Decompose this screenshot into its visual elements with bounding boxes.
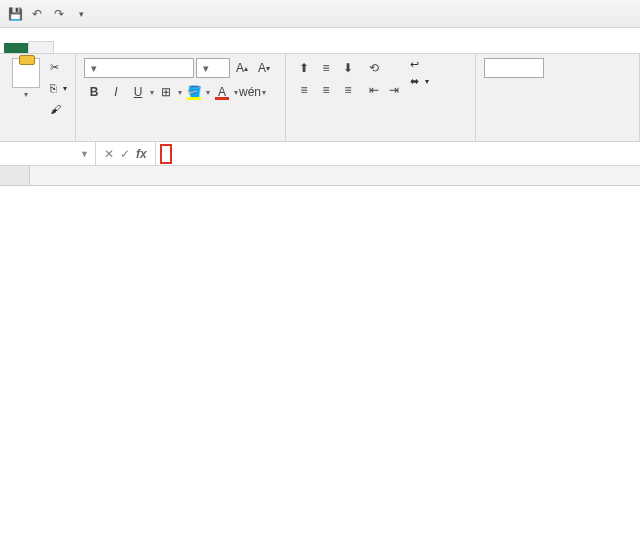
italic-button[interactable]: I xyxy=(106,82,126,102)
chevron-down-icon: ▼ xyxy=(80,149,89,159)
orientation-icon[interactable]: ⟲ xyxy=(364,58,384,78)
tab-review[interactable] xyxy=(150,43,174,53)
grow-font-icon[interactable]: A▴ xyxy=(232,58,252,78)
tab-help[interactable] xyxy=(222,43,246,53)
group-alignment: ⬆ ≡ ⬇ ≡ ≡ ≡ ⟲ ⇤ ⇥ ↩ ⬌▾ xyxy=(286,54,476,141)
select-all-corner[interactable] xyxy=(0,166,30,185)
shrink-font-icon[interactable]: A▾ xyxy=(254,58,274,78)
redo-icon[interactable]: ↷ xyxy=(50,5,68,23)
tab-file[interactable] xyxy=(4,43,28,53)
formula-input[interactable] xyxy=(156,142,640,165)
formula-highlight xyxy=(160,144,172,164)
number-format-combo[interactable] xyxy=(484,58,544,78)
copy-icon: ⎘ xyxy=(50,82,57,94)
tab-view[interactable] xyxy=(174,43,198,53)
quick-access-toolbar: 💾 ↶ ↷ ▾ xyxy=(6,5,90,23)
column-headers xyxy=(0,166,640,186)
font-color-button[interactable]: A xyxy=(212,82,232,102)
border-button[interactable]: ⊞ xyxy=(156,82,176,102)
group-clipboard: ▾ ✂ ⎘▾ 🖌 xyxy=(0,54,76,141)
cancel-formula-icon[interactable]: ✕ xyxy=(104,147,114,161)
group-font: ▾ ▾ A▴ A▾ B I U ▾ ⊞ ▾ 🪣 ▾ A ▾ wén ▾ xyxy=(76,54,286,141)
tab-data[interactable] xyxy=(126,43,150,53)
merge-icon: ⬌ xyxy=(410,75,419,88)
format-painter-button[interactable]: 🖌 xyxy=(50,100,67,118)
undo-icon[interactable]: ↶ xyxy=(28,5,46,23)
phonetic-button[interactable]: wén xyxy=(240,82,260,102)
font-name-combo[interactable]: ▾ xyxy=(84,58,194,78)
cut-button[interactable]: ✂ xyxy=(50,58,67,76)
align-left-icon[interactable]: ≡ xyxy=(294,80,314,100)
tab-insert[interactable] xyxy=(54,43,78,53)
underline-button[interactable]: U xyxy=(128,82,148,102)
bold-button[interactable]: B xyxy=(84,82,104,102)
worksheet[interactable] xyxy=(0,166,640,186)
qat-more-icon[interactable]: ▾ xyxy=(72,5,90,23)
paste-icon xyxy=(12,58,40,88)
ribbon: ▾ ✂ ⎘▾ 🖌 ▾ ▾ A▴ A▾ B I U ▾ ⊞ ▾ xyxy=(0,54,640,142)
tab-baidu[interactable] xyxy=(246,43,270,53)
tab-dev[interactable] xyxy=(198,43,222,53)
align-middle-icon[interactable]: ≡ xyxy=(316,58,336,78)
group-number xyxy=(476,54,640,141)
save-icon[interactable]: 💾 xyxy=(6,5,24,23)
wrap-icon: ↩ xyxy=(410,58,419,71)
scissors-icon: ✂ xyxy=(50,61,59,74)
tab-layout[interactable] xyxy=(78,43,102,53)
title-bar: 💾 ↶ ↷ ▾ xyxy=(0,0,640,28)
indent-increase-icon[interactable]: ⇥ xyxy=(384,80,404,100)
tab-home[interactable] xyxy=(28,41,54,53)
align-right-icon[interactable]: ≡ xyxy=(338,80,358,100)
font-size-combo[interactable]: ▾ xyxy=(196,58,230,78)
formula-bar: ▼ ✕ ✓ fx xyxy=(0,142,640,166)
enter-formula-icon[interactable]: ✓ xyxy=(120,147,130,161)
paste-button[interactable]: ▾ xyxy=(8,58,44,99)
brush-icon: 🖌 xyxy=(50,103,61,115)
copy-button[interactable]: ⎘▾ xyxy=(50,79,67,97)
wrap-text-button[interactable]: ↩ xyxy=(410,58,429,71)
tab-formulas[interactable] xyxy=(102,43,126,53)
ribbon-tabs xyxy=(0,28,640,54)
indent-decrease-icon[interactable]: ⇤ xyxy=(364,80,384,100)
align-bottom-icon[interactable]: ⬇ xyxy=(338,58,358,78)
fill-color-button[interactable]: 🪣 xyxy=(184,82,204,102)
merge-center-button[interactable]: ⬌▾ xyxy=(410,75,429,88)
name-box[interactable]: ▼ xyxy=(0,142,96,165)
align-center-icon[interactable]: ≡ xyxy=(316,80,336,100)
fx-icon[interactable]: fx xyxy=(136,147,147,161)
align-top-icon[interactable]: ⬆ xyxy=(294,58,314,78)
